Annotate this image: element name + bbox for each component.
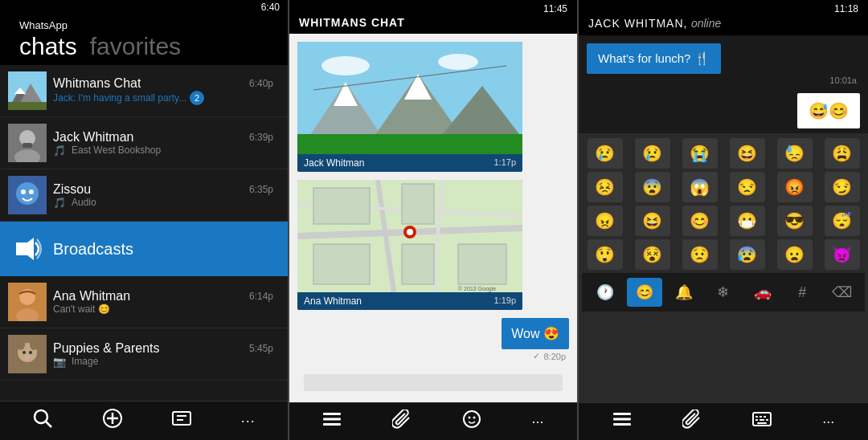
attach-icon <box>392 409 411 429</box>
tabs-row: chats favorites <box>10 31 278 65</box>
emoji-nav-clock[interactable]: 🕐 <box>588 278 623 307</box>
emoji-bottom-bar: ··· <box>579 402 868 440</box>
emoji-panel: 11:18 JACK WHITMAN, online What's for lu… <box>579 0 868 440</box>
emoji-cell[interactable]: 😏 <box>825 172 860 202</box>
emoji-cell[interactable]: 😷 <box>730 206 765 236</box>
avatar-whitmans <box>8 71 47 110</box>
attach-button-3[interactable] <box>682 409 702 434</box>
emoji-cell[interactable]: 😊 <box>682 206 718 236</box>
emoji-cell[interactable]: 😴 <box>825 206 860 236</box>
emoji-cell[interactable]: 😓 <box>777 138 813 169</box>
svg-rect-67 <box>764 416 766 418</box>
chat-item-puppies[interactable]: Puppies & Parents 5:45p 📷 Image <box>0 328 288 381</box>
msg-text-lunch: What's for lunch? 🍴 <box>598 51 710 65</box>
check-icon: ✓ <box>533 351 540 361</box>
chat-time-zissou: 6:35p <box>249 184 273 195</box>
msg-media-map: © 2013 Google Ana Whitman 1:19p <box>297 180 522 310</box>
chat-item-ana[interactable]: Ana Whitman 6:14p Can't wait 😊 <box>0 276 288 328</box>
msg-text-emoji: 😅😊 <box>809 102 849 120</box>
emoji-keyboard: 😢 😢 😭 😆 😓 😩 😣 😨 😱 😒 😡 😏 😠 😆 😊 😷 😎 😴 <box>579 133 868 402</box>
avatar-img-ana <box>8 283 47 321</box>
emoji-cell[interactable]: 😢 <box>635 138 670 169</box>
emoji-cell[interactable]: 😢 <box>588 138 623 169</box>
emoji-cell[interactable]: 😆 <box>635 206 670 236</box>
msg-time-mountain: 1:17p <box>493 157 516 169</box>
tab-chats[interactable]: chats <box>19 33 77 60</box>
message-input[interactable] <box>304 374 563 391</box>
svg-rect-66 <box>760 416 762 418</box>
emoji-cell[interactable]: 😰 <box>730 239 765 270</box>
svg-rect-65 <box>755 416 758 418</box>
search-button[interactable] <box>32 408 53 434</box>
chat-info-puppies: Puppies & Parents 5:45p 📷 Image <box>47 341 280 368</box>
broadcasts-label: Broadcasts <box>47 240 133 259</box>
emoji-cell[interactable]: 😎 <box>777 206 813 236</box>
chat-item-whitmans[interactable]: Whitmans Chat 6:40p Jack: I'm having a s… <box>0 65 288 117</box>
emoji-nav-nature[interactable]: ❄ <box>706 278 741 307</box>
keyboard-button[interactable] <box>752 409 772 434</box>
avatar-ana <box>8 283 47 321</box>
add-button[interactable] <box>102 408 123 434</box>
emoji-cell[interactable]: 😟 <box>682 239 718 270</box>
compose-button[interactable] <box>171 408 192 434</box>
svg-point-21 <box>23 351 26 354</box>
emoji-cell[interactable]: 😵 <box>635 239 670 270</box>
svg-rect-63 <box>613 423 631 426</box>
emoji-nav-bell[interactable]: 🔔 <box>666 278 702 307</box>
msg-time-row-wow: ✓ 8:20p <box>502 349 569 363</box>
map-image: © 2013 Google <box>297 180 522 292</box>
emoji-nav-symbols[interactable]: # <box>784 278 820 307</box>
svg-point-33 <box>321 56 370 75</box>
msg-media-mountain: Jack Whitman 1:17p <box>297 42 522 172</box>
chat-item-jack[interactable]: Jack Whitman 6:39p 🎵 East West Bookshop <box>0 117 288 169</box>
menu-button-2[interactable] <box>322 409 342 434</box>
more-button-3[interactable]: ··· <box>822 414 834 430</box>
msg-sender-row-map: Ana Whitman 1:19p <box>297 292 522 310</box>
svg-point-60 <box>473 417 475 419</box>
emoji-cell[interactable]: 😨 <box>635 172 670 202</box>
emoji-cell[interactable]: 😭 <box>682 138 718 169</box>
app-title: WhatsApp <box>10 16 278 31</box>
emoji-messages: What's for lunch? 🍴 10:01a 😅😊 <box>579 35 868 128</box>
emoji-nav-backspace[interactable]: ⌫ <box>824 278 859 307</box>
emoji-cell[interactable]: 😱 <box>682 172 718 202</box>
chat-time-puppies: 5:45p <box>249 343 273 354</box>
broadcasts-item[interactable]: Broadcasts <box>0 222 288 276</box>
emoji-cell[interactable]: 😲 <box>588 239 623 270</box>
chat-item-zissou[interactable]: Zissou 6:35p 🎵 Audio <box>0 169 288 222</box>
add-icon <box>102 408 123 429</box>
svg-point-23 <box>24 355 31 360</box>
emoji-button-2[interactable] <box>462 409 481 434</box>
menu-button-3[interactable] <box>612 409 632 434</box>
emoji-cell[interactable]: 😦 <box>777 239 813 270</box>
emoji-cell[interactable]: 😆 <box>730 138 765 169</box>
status-time-3: 11:18 <box>834 3 858 14</box>
chat-name-puppies: Puppies & Parents <box>53 341 160 356</box>
mountain-image <box>297 42 522 154</box>
emoji-row-3: 😠 😆 😊 😷 😎 😴 <box>582 206 865 236</box>
avatar-img-zissou <box>8 176 47 214</box>
chat-list: Whitmans Chat 6:40p Jack: I'm having a s… <box>0 65 288 401</box>
emoji-chat-status: online <box>691 17 721 30</box>
chat-preview-ana: Can't wait 😊 <box>53 304 110 315</box>
svg-rect-56 <box>323 418 341 421</box>
svg-rect-57 <box>323 423 341 426</box>
svg-rect-61 <box>613 413 631 415</box>
emoji-nav-face[interactable]: 😊 <box>627 278 662 307</box>
chat-preview-puppies: Image <box>72 356 98 367</box>
more-button-2[interactable]: ··· <box>532 414 544 430</box>
chat-time-jack: 6:39p <box>249 132 273 143</box>
emoji-cell[interactable]: 😡 <box>777 172 813 202</box>
compose-icon <box>171 408 192 429</box>
emoji-cell[interactable]: 😩 <box>825 138 860 169</box>
emoji-cell[interactable]: 👿 <box>825 239 860 270</box>
chat-info-zissou: Zissou 6:35p 🎵 Audio <box>47 182 280 209</box>
camera-icon: 📷 <box>53 356 66 368</box>
emoji-cell[interactable]: 😠 <box>588 206 623 236</box>
tab-favorites[interactable]: favorites <box>90 33 181 60</box>
attach-button-2[interactable] <box>392 409 411 434</box>
emoji-cell[interactable]: 😣 <box>588 172 623 202</box>
emoji-cell[interactable]: 😒 <box>730 172 765 202</box>
more-button-1[interactable]: ··· <box>241 413 256 430</box>
emoji-nav-travel[interactable]: 🚗 <box>745 278 780 307</box>
